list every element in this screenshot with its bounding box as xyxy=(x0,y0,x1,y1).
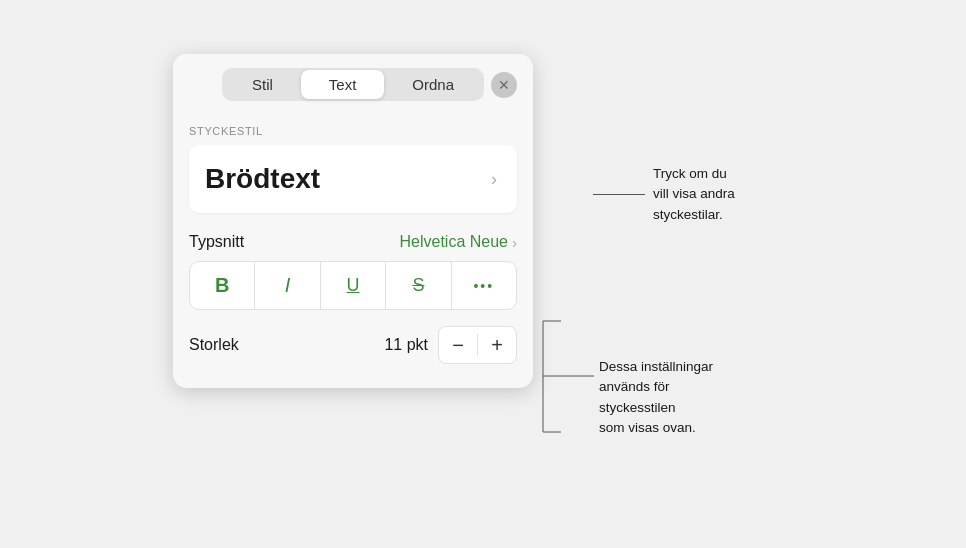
size-controls: 11 pkt − + xyxy=(378,326,517,364)
size-number: 11 xyxy=(384,336,402,353)
close-icon: ✕ xyxy=(498,77,510,93)
size-row: Storlek 11 pkt − + xyxy=(189,322,517,368)
font-row: Typsnitt Helvetica Neue › xyxy=(189,219,517,261)
tab-stil[interactable]: Stil xyxy=(224,70,301,99)
panel-content: STYCKESTIL Brödtext › Typsnitt Helvetica… xyxy=(173,125,533,368)
annotations-area: Tryck om duvill visa andrastyckestilar. … xyxy=(533,74,793,494)
size-stepper: − + xyxy=(438,326,517,364)
font-label: Typsnitt xyxy=(189,233,244,251)
annotation-line-top xyxy=(593,194,645,195)
underline-button[interactable]: U xyxy=(321,262,386,309)
more-icon: ••• xyxy=(473,278,494,294)
format-buttons-group: B I U S ••• xyxy=(189,261,517,310)
font-selector[interactable]: Helvetica Neue › xyxy=(400,233,518,251)
annotation-text-bottom: Dessa inställningaranvänds förstyckessti… xyxy=(599,357,713,438)
increase-size-button[interactable]: + xyxy=(478,327,516,363)
annotation-text-top: Tryck om duvill visa andrastyckestilar. xyxy=(653,164,735,225)
italic-icon: I xyxy=(285,274,291,297)
inspector-panel: Stil Text Ordna ✕ STYCKESTIL Brödtext › … xyxy=(173,54,533,388)
bold-icon: B xyxy=(215,274,229,297)
tab-group: Stil Text Ordna xyxy=(222,68,484,101)
annotation-bottom: Dessa inställningaranvänds förstyckessti… xyxy=(539,319,713,438)
close-button[interactable]: ✕ xyxy=(491,72,517,98)
strikethrough-button[interactable]: S xyxy=(386,262,451,309)
annotation-top: Tryck om duvill visa andrastyckestilar. xyxy=(593,164,735,225)
font-value-text: Helvetica Neue xyxy=(400,233,509,251)
tab-bar: Stil Text Ordna ✕ xyxy=(173,54,533,111)
size-unit: pkt xyxy=(407,336,428,353)
bracket-svg xyxy=(539,319,599,434)
tab-ordna[interactable]: Ordna xyxy=(384,70,482,99)
underline-icon: U xyxy=(347,275,360,296)
size-label: Storlek xyxy=(189,336,239,354)
paragraph-style-label: STYCKESTIL xyxy=(189,125,517,137)
decrease-size-button[interactable]: − xyxy=(439,327,477,363)
size-value: 11 pkt xyxy=(378,336,428,354)
bold-button[interactable]: B xyxy=(190,262,255,309)
strikethrough-icon: S xyxy=(412,275,424,296)
italic-button[interactable]: I xyxy=(255,262,320,309)
current-style-name: Brödtext xyxy=(205,163,320,195)
more-button[interactable]: ••• xyxy=(452,262,516,309)
chevron-right-icon: › xyxy=(491,169,497,190)
page-wrapper: Stil Text Ordna ✕ STYCKESTIL Brödtext › … xyxy=(173,54,793,494)
tab-text[interactable]: Text xyxy=(301,70,385,99)
font-chevron-icon: › xyxy=(512,234,517,251)
paragraph-style-box[interactable]: Brödtext › xyxy=(189,145,517,213)
